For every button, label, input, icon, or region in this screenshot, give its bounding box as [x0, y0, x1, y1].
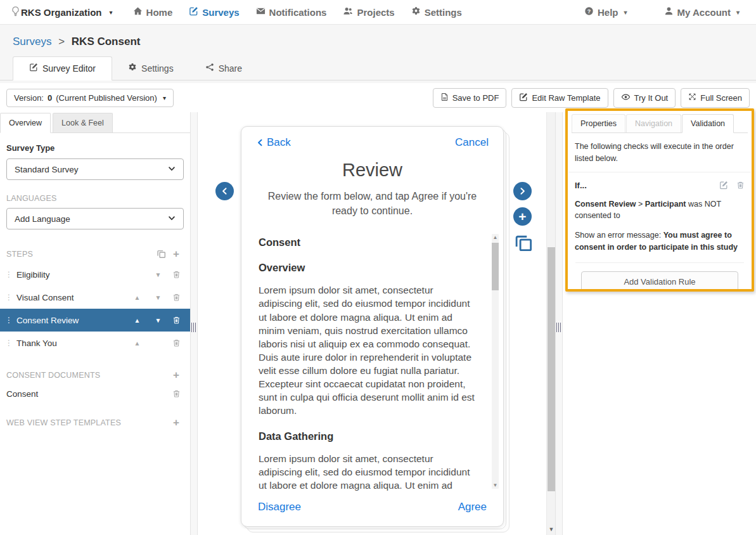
data-gathering-heading: Data Gathering — [259, 430, 479, 442]
tab-properties[interactable]: Properties — [572, 114, 625, 132]
tab-look-and-feel[interactable]: Look & Feel — [53, 113, 113, 132]
scroll-down-icon[interactable]: ▼ — [547, 526, 555, 532]
nav-item-projects[interactable]: Projects — [343, 6, 394, 18]
nav-label: Surveys — [202, 7, 239, 18]
add-consent-document-icon[interactable]: + — [169, 370, 184, 380]
nav-item-surveys[interactable]: Surveys — [189, 6, 239, 18]
rule-title: If... — [575, 181, 719, 190]
button-label: Try It Out — [634, 93, 669, 103]
chevron-down-icon — [168, 214, 176, 224]
org-menu[interactable]: RKS Organization ▾ — [21, 7, 113, 18]
agree-link[interactable]: Agree — [458, 501, 487, 513]
scroll-up-icon[interactable]: ▲ — [492, 235, 499, 240]
step-row-visual-consent[interactable]: ⋮ Visual Consent ▲ ▼ — [0, 286, 190, 309]
move-up-icon[interactable]: ▲ — [127, 294, 148, 301]
edit-raw-template-button[interactable]: Edit Raw Template — [511, 88, 608, 108]
move-down-icon[interactable]: ▼ — [148, 294, 169, 301]
disagree-link[interactable]: Disagree — [258, 501, 301, 513]
gears-icon — [411, 6, 421, 18]
tab-settings[interactable]: Settings — [112, 56, 189, 81]
splitter-grip-icon[interactable] — [556, 323, 562, 332]
share-icon — [205, 63, 214, 74]
help-menu[interactable]: Help ▾ — [584, 6, 627, 18]
survey-type-select[interactable]: Standard Survey — [6, 158, 184, 180]
add-web-view-template-icon[interactable]: + — [169, 417, 184, 428]
consent-heading: Consent — [259, 236, 479, 248]
add-step-circle-button[interactable]: + — [513, 207, 532, 226]
rule-condition: Consent Review > Participant was NOT con… — [575, 198, 745, 222]
languages-label: LANGUAGES — [6, 194, 57, 203]
validation-rule: If... Consent Review > Participant was N… — [568, 172, 752, 292]
nav-item-notifications[interactable]: Notifications — [256, 6, 327, 18]
my-account-menu[interactable]: My Account ▾ — [664, 6, 740, 18]
nav-label: Home — [146, 7, 173, 18]
scroll-down-icon[interactable]: ▼ — [492, 482, 499, 488]
fullscreen-icon — [688, 93, 696, 103]
move-up-icon[interactable]: ▲ — [127, 317, 148, 324]
org-name: RKS Organization — [21, 7, 102, 18]
drag-handle-icon[interactable]: ⋮ — [5, 270, 16, 279]
version-dropdown[interactable]: Version: 0 (Current Published Version) ▾ — [6, 89, 174, 107]
move-down-icon[interactable]: ▼ — [148, 317, 169, 324]
move-down-icon[interactable]: ▼ — [148, 271, 169, 278]
consent-document-row[interactable]: Consent — [6, 383, 184, 404]
error-prefix: Show an error message: — [575, 231, 661, 240]
delete-rule-icon[interactable] — [736, 181, 745, 190]
splitter-grip-icon[interactable] — [191, 323, 197, 332]
tab-share[interactable]: Share — [189, 56, 258, 81]
previous-step-button[interactable] — [215, 182, 234, 200]
trash-icon[interactable] — [169, 389, 184, 398]
validation-intro-text: The following checks will execute in the… — [568, 133, 751, 172]
document-scrollbar[interactable]: ▲ ▼ — [492, 234, 499, 489]
full-screen-button[interactable]: Full Screen — [681, 88, 750, 108]
next-step-button[interactable] — [513, 182, 532, 200]
preview-step-subtitle: Review the form below, and tap Agree if … — [257, 189, 487, 218]
trash-icon[interactable] — [169, 316, 184, 325]
copy-steps-icon[interactable] — [153, 249, 169, 259]
add-validation-rule-button[interactable]: Add Validation Rule — [581, 271, 738, 292]
properties-panel: Properties Navigation Validation The fol… — [563, 112, 756, 535]
drag-handle-icon[interactable]: ⋮ — [5, 338, 16, 347]
version-number: 0 — [48, 93, 52, 103]
button-label: Full Screen — [700, 93, 742, 103]
languages-section-header: LANGUAGES — [6, 194, 184, 203]
add-language-select[interactable]: Add Language — [6, 208, 184, 229]
step-row-thank-you[interactable]: ⋮ Thank You ▲ — [0, 332, 190, 354]
add-step-icon[interactable]: + — [169, 248, 184, 259]
step-row-eligibility[interactable]: ⋮ Eligibility ▼ — [0, 263, 190, 286]
move-up-icon[interactable]: ▲ — [127, 340, 148, 347]
drag-handle-icon[interactable]: ⋮ — [5, 316, 16, 325]
chevron-left-icon — [256, 138, 264, 147]
scrollbar-thumb[interactable] — [492, 243, 499, 290]
tab-survey-editor[interactable]: Survey Editor — [13, 56, 112, 81]
button-label: Edit Raw Template — [532, 93, 600, 103]
breadcrumb-surveys-link[interactable]: Surveys — [13, 35, 51, 48]
duplicate-step-button[interactable] — [514, 233, 533, 255]
edit-icon — [29, 63, 38, 74]
try-it-out-button[interactable]: Try It Out — [613, 88, 676, 108]
drag-handle-icon[interactable]: ⋮ — [5, 293, 16, 302]
scrollbar-thumb[interactable] — [548, 247, 555, 491]
preview-cancel-link[interactable]: Cancel — [455, 136, 489, 149]
trash-icon[interactable] — [169, 293, 184, 302]
right-splitter[interactable] — [555, 112, 563, 535]
save-to-pdf-button[interactable]: Save to PDF — [433, 88, 507, 108]
left-splitter[interactable] — [190, 112, 198, 535]
nav-item-settings[interactable]: Settings — [411, 6, 462, 18]
step-row-consent-review[interactable]: ⋮ Consent Review ▲ ▼ — [0, 309, 190, 332]
trash-icon[interactable] — [169, 338, 184, 347]
web-view-templates-header: WEB VIEW STEP TEMPLATES + — [6, 417, 184, 428]
preview-back-link[interactable]: Back — [256, 136, 291, 149]
users-icon — [343, 6, 353, 18]
chevron-left-icon — [221, 187, 229, 195]
tab-navigation[interactable]: Navigation — [626, 114, 681, 132]
tab-label: Settings — [141, 63, 174, 74]
edit-rule-icon[interactable] — [719, 181, 728, 190]
web-view-templates-label: WEB VIEW STEP TEMPLATES — [6, 418, 121, 427]
trash-icon[interactable] — [169, 270, 184, 279]
tab-validation[interactable]: Validation — [682, 114, 734, 133]
tab-overview[interactable]: Overview — [0, 113, 51, 133]
top-navbar: RKS Organization ▾ Home Surveys Notifica… — [0, 0, 756, 25]
nav-item-home[interactable]: Home — [133, 6, 173, 18]
preview-scrollbar[interactable]: ▼ — [546, 112, 555, 535]
